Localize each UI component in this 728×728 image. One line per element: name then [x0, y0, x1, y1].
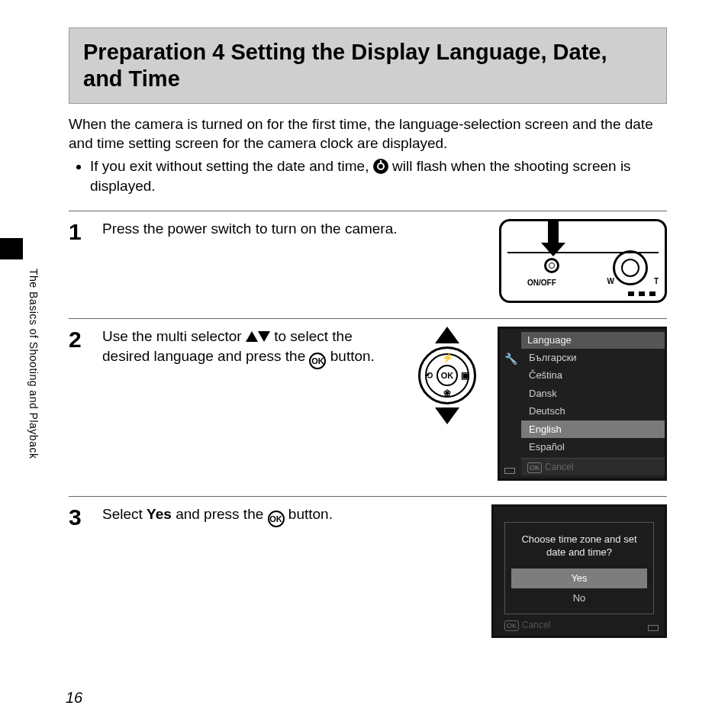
step-3: 3 Select Yes and press the OK button. Ch…	[69, 496, 667, 638]
option-yes: Yes	[511, 569, 647, 588]
cancel-bar: OKCancel	[521, 458, 665, 475]
clock-icon	[373, 159, 388, 174]
section-title-vertical: The Basics of Shooting and Playback	[27, 269, 40, 459]
step-number: 3	[69, 504, 90, 530]
language-option: English	[521, 420, 665, 439]
step-text: Press the power switch to turn on the ca…	[102, 219, 485, 239]
step-number: 1	[69, 219, 90, 244]
zoom-dial-icon	[613, 250, 648, 285]
step-1: 1 Press the power switch to turn on the …	[69, 211, 667, 303]
flash-icon: ⚡	[442, 352, 453, 364]
ok-chip-icon: OK	[504, 620, 519, 631]
language-option: Deutsch	[521, 402, 665, 420]
battery-icon	[504, 468, 515, 474]
onoff-label: ON/OFF	[527, 278, 556, 288]
battery-icon	[648, 625, 659, 631]
intro-bullet: If you exit without setting the date and…	[90, 156, 667, 195]
ok-center-icon: OK	[436, 365, 458, 386]
language-screen: 🔧 Language БългарскиČeštinaDanskDeutschE…	[498, 327, 667, 481]
language-option: Español	[521, 438, 665, 456]
multi-selector-illustration: ⚡ ❀ ⟲ ▣ OK	[411, 327, 484, 424]
confirm-message: Choose time zone and set date and time?	[511, 533, 647, 559]
ok-button-icon: OK	[309, 353, 326, 369]
step-2: 2 Use the multi selector to select the d…	[69, 318, 667, 481]
language-header: Language	[521, 332, 665, 349]
language-option: Български	[521, 349, 665, 367]
step-number: 2	[69, 327, 90, 352]
macro-icon: ❀	[443, 387, 451, 399]
up-arrow-icon	[435, 327, 459, 343]
down-arrow-icon	[435, 407, 459, 424]
language-option: Dansk	[521, 385, 665, 403]
power-arrow-icon	[544, 221, 562, 256]
power-button-icon	[544, 258, 559, 273]
w-label: W	[607, 276, 614, 287]
ok-button-icon: OK	[268, 511, 285, 527]
intro-block: When the camera is turned on for the fir…	[69, 114, 667, 196]
wrench-icon: 🔧	[504, 352, 517, 366]
section-marker	[0, 238, 23, 259]
option-no: No	[511, 588, 647, 608]
grip-icon	[628, 292, 656, 296]
selector-ring-icon: ⚡ ❀ ⟲ ▣ OK	[418, 346, 476, 404]
cancel-bar: OKCancel	[504, 614, 654, 631]
language-option: Čeština	[521, 366, 665, 385]
up-triangle-icon	[246, 331, 258, 342]
camera-top-illustration: ON/OFF W T	[499, 219, 667, 303]
page-number: 16	[66, 689, 82, 707]
t-label: T	[654, 276, 659, 287]
intro-paragraph: When the camera is turned on for the fir…	[69, 114, 667, 153]
ok-chip-icon: OK	[527, 462, 542, 473]
page-title: Preparation 4 Setting the Display Langua…	[69, 27, 667, 104]
step-text: Select Yes and press the OK button.	[102, 504, 391, 527]
confirm-screen: Choose time zone and set date and time? …	[491, 504, 667, 638]
timer-icon: ⟲	[425, 369, 433, 382]
down-triangle-icon	[258, 331, 270, 342]
step-text: Use the multi selector to select the des…	[102, 327, 397, 369]
manual-page: The Basics of Shooting and Playback 16 P…	[0, 0, 728, 728]
exposure-icon: ▣	[461, 369, 469, 382]
